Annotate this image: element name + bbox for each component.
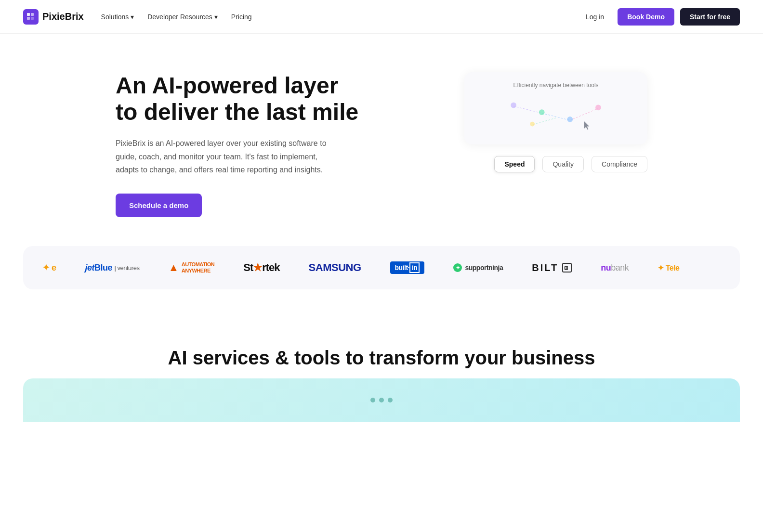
tab-speed[interactable]: Speed bbox=[494, 156, 535, 172]
svg-rect-2 bbox=[27, 17, 30, 20]
viz-lines-svg bbox=[476, 96, 636, 135]
viz-label: Efficiently navigate between tools bbox=[476, 82, 636, 89]
brand-name: PixieBrix bbox=[42, 11, 84, 22]
svg-rect-1 bbox=[31, 13, 34, 16]
bottom-preview bbox=[23, 378, 740, 422]
logo-item: ✦ e bbox=[42, 262, 56, 273]
hero-left: An AI-powered layer to deliver the last … bbox=[116, 72, 366, 217]
logo-item-jetblue: jetBlue | ventures bbox=[85, 263, 140, 273]
logo-item-supportninja: ✦ supportninja bbox=[453, 263, 503, 272]
developer-resources-nav[interactable]: Developer Resources ▾ bbox=[147, 13, 218, 21]
svg-point-10 bbox=[567, 117, 573, 122]
logo-item-tele: ✦ Tele bbox=[658, 263, 679, 272]
logos-section: ✦ e jetBlue | ventures ▲ AUTOMATIONANYWH… bbox=[23, 246, 740, 289]
svg-point-12 bbox=[530, 122, 535, 127]
logo-item-automation: ▲ AUTOMATIONANYWHERE bbox=[168, 261, 214, 274]
viz-card: Efficiently navigate between tools bbox=[464, 72, 647, 144]
logo-item-bilt: BILT ⊞ bbox=[532, 262, 572, 273]
svg-line-6 bbox=[570, 108, 598, 120]
services-section: AI services & tools to transform your bu… bbox=[0, 318, 763, 378]
tab-compliance[interactable]: Compliance bbox=[592, 156, 647, 172]
preview-dot bbox=[370, 398, 375, 402]
hero-description: PixieBrix is an AI-powered layer over yo… bbox=[116, 137, 337, 176]
tabs-row: Speed Quality Compliance bbox=[494, 156, 647, 172]
svg-point-9 bbox=[539, 109, 545, 115]
hero-section: An AI-powered layer to deliver the last … bbox=[92, 34, 671, 246]
logo-item-nubank: nubank bbox=[601, 263, 629, 273]
nav-left: PixieBrix Solutions ▾ Developer Resource… bbox=[23, 9, 252, 25]
logo-item-startek: St★rtek bbox=[243, 261, 279, 274]
start-free-button[interactable]: Start for free bbox=[680, 8, 740, 26]
preview-dot bbox=[379, 398, 384, 402]
logo-icon bbox=[23, 9, 39, 25]
hero-right: Efficiently navigate between tools bbox=[445, 72, 647, 172]
svg-line-7 bbox=[532, 118, 556, 125]
svg-line-4 bbox=[513, 106, 542, 113]
pricing-nav[interactable]: Pricing bbox=[231, 13, 252, 21]
svg-rect-0 bbox=[27, 13, 30, 16]
tab-quality[interactable]: Quality bbox=[542, 156, 584, 172]
book-demo-button[interactable]: Book Demo bbox=[618, 8, 674, 26]
hero-title: An AI-powered layer to deliver the last … bbox=[116, 72, 366, 125]
services-title: AI services & tools to transform your bu… bbox=[0, 318, 763, 378]
navigation: PixieBrix Solutions ▾ Developer Resource… bbox=[0, 0, 763, 34]
svg-marker-13 bbox=[584, 121, 590, 130]
svg-point-8 bbox=[511, 103, 516, 108]
login-button[interactable]: Log in bbox=[578, 9, 612, 25]
svg-point-11 bbox=[595, 105, 601, 111]
chevron-down-icon: ▾ bbox=[214, 13, 218, 21]
preview-dots bbox=[370, 398, 393, 402]
logos-track: ✦ e jetBlue | ventures ▲ AUTOMATIONANYWH… bbox=[23, 261, 740, 274]
nav-links: Solutions ▾ Developer Resources ▾ Pricin… bbox=[101, 13, 252, 21]
svg-line-5 bbox=[542, 113, 570, 120]
chevron-down-icon: ▾ bbox=[131, 13, 134, 21]
logo-item-samsung: SAMSUNG bbox=[309, 261, 361, 274]
svg-rect-3 bbox=[31, 17, 34, 20]
preview-dot bbox=[388, 398, 393, 402]
viz-dots bbox=[476, 96, 636, 135]
schedule-demo-button[interactable]: Schedule a demo bbox=[116, 194, 202, 217]
nav-right: Log in Book Demo Start for free bbox=[578, 8, 740, 26]
logo[interactable]: PixieBrix bbox=[23, 9, 84, 25]
solutions-nav[interactable]: Solutions ▾ bbox=[101, 13, 134, 21]
logo-item-builtin: built·in bbox=[390, 261, 425, 274]
